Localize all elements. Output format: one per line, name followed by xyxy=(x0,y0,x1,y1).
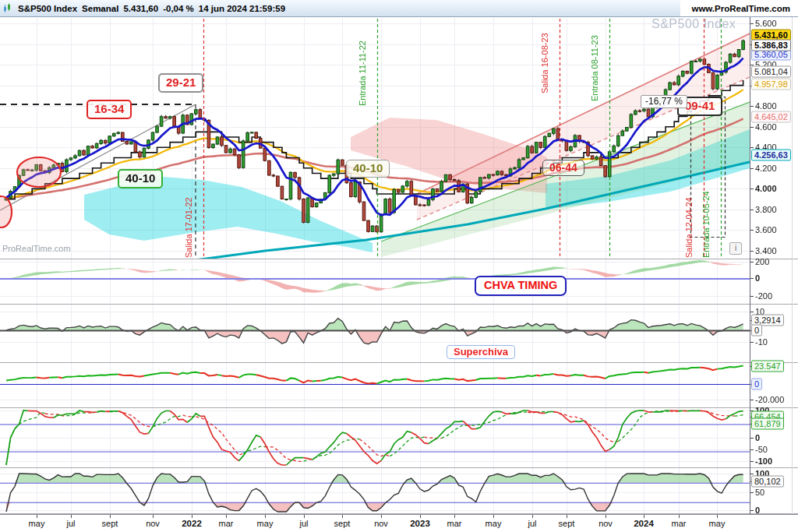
time-axis-label: sept xyxy=(559,519,575,528)
axis-tick-label: 4.200 xyxy=(755,164,777,173)
axis-tick-label: 0 xyxy=(755,433,760,442)
axis-tick-label: 50 xyxy=(755,488,764,497)
time-axis-tick xyxy=(717,515,718,518)
indicator-value-label: 0 xyxy=(751,379,762,390)
time-axis-label: 2023 xyxy=(410,519,430,528)
symbol-watermark: S&P500 Index xyxy=(651,17,736,31)
chart-canvas[interactable] xyxy=(0,0,798,532)
axis-tick-label: 3.600 xyxy=(755,225,777,234)
prorealtime-link[interactable]: www.ProRealTime.com xyxy=(680,0,798,17)
time-axis-tick xyxy=(37,515,37,518)
time-axis-label: jul xyxy=(66,519,75,528)
timeframe-label[interactable]: Semanal xyxy=(82,4,118,13)
time-axis-label: jul xyxy=(528,519,536,528)
time-axis-tick xyxy=(532,515,533,518)
axis-tick-label: 5.600 xyxy=(755,19,777,28)
time-axis-label: jul xyxy=(299,519,308,528)
brand-watermark: ProRealTime.com xyxy=(2,244,71,253)
annotation-drawdown-pct[interactable]: -16,77 % xyxy=(641,95,687,108)
time-axis-tick xyxy=(606,515,606,518)
time-axis-label: 2022 xyxy=(182,519,202,528)
annotation-40-10-green[interactable]: 40-10 xyxy=(118,169,163,188)
event-label-entrada-08-11-23[interactable]: Entrada 08-11-23 xyxy=(590,35,599,101)
axis-tick-label: 4.000 xyxy=(755,184,777,193)
time-axis-tick xyxy=(304,515,305,518)
time-axis-label: nov xyxy=(598,519,613,528)
indicator-label-superchiva[interactable]: Superchiva xyxy=(447,345,515,359)
time-axis-label: may xyxy=(29,519,45,528)
annotation-06-44[interactable]: 06-44 xyxy=(542,160,584,176)
price-change: -0,04 % xyxy=(163,4,194,13)
price-value-label: 4.256,63 xyxy=(751,150,791,161)
indicator-label-chva-timing[interactable]: CHVA TIMING xyxy=(475,276,567,296)
annotation-40-10-olive[interactable]: 40-10 xyxy=(346,160,390,178)
axis-tick-label: 0 xyxy=(755,273,760,283)
indicator-value-label: 80,102 xyxy=(751,476,784,488)
time-axis-label: sept xyxy=(102,519,118,528)
time-axis-label: may xyxy=(486,519,502,528)
event-label-salida-12-04-24[interactable]: Salida 12-04-24 xyxy=(684,197,694,258)
event-label-salida-16-08-23[interactable]: Salida 16-08-23 xyxy=(540,33,549,93)
axis-tick-label: -200 xyxy=(755,291,772,301)
axis-tick-label: -20.000 xyxy=(755,395,784,404)
time-axis-tick xyxy=(153,515,154,518)
time-axis-label: may xyxy=(257,519,274,528)
time-axis-label: 2024 xyxy=(634,519,654,528)
price-value-label: 5.386,83 xyxy=(751,40,791,51)
event-label-entrada-11-11-22[interactable]: Entrada 11-11-22 xyxy=(358,41,367,106)
time-axis-tick xyxy=(644,515,644,518)
time-axis-label: sept xyxy=(334,519,351,528)
time-axis-label: may xyxy=(709,519,726,528)
time-axis-tick xyxy=(493,515,494,518)
time-axis-tick xyxy=(226,515,227,518)
annotation-29-21[interactable]: 29-21 xyxy=(158,73,203,93)
time-axis-label: nov xyxy=(374,519,388,528)
time-axis-tick xyxy=(265,515,266,518)
event-label-salida-17-01-22[interactable]: Salida 17-01-22 xyxy=(184,197,193,258)
annotation-16-34[interactable]: 16-34 xyxy=(87,100,132,119)
instrument-name[interactable]: S&P500 Index xyxy=(18,4,77,13)
title-bar: S&P500 Index Semanal 5.431,60 -0,04 % 14… xyxy=(0,0,798,17)
axis-tick-label: -10 xyxy=(755,337,768,347)
axis-tick-label: 4.600 xyxy=(755,122,777,132)
axis-tick-label: 3.800 xyxy=(755,205,777,214)
quote-datetime: 14 jun 2024 21:59:59 xyxy=(199,4,285,13)
time-axis-tick xyxy=(381,515,382,518)
time-axis-tick xyxy=(71,515,72,518)
price-value-label: 4.645,02 xyxy=(751,111,791,123)
time-axis-tick xyxy=(420,515,421,518)
time-axis-label: nov xyxy=(146,519,160,528)
info-icon[interactable]: i xyxy=(729,242,742,255)
price-value-label: 4.957,98 xyxy=(751,79,791,90)
time-axis-tick xyxy=(110,515,111,518)
indicator-value-label: 0 xyxy=(751,325,762,336)
time-axis-tick xyxy=(192,515,192,518)
indicator-value-label: 61,879 xyxy=(751,418,784,430)
time-axis-label: mar xyxy=(447,519,462,528)
last-price: 5.431,60 xyxy=(123,4,158,13)
time-axis-label: mar xyxy=(219,519,234,528)
candlestick-chart-icon xyxy=(3,3,13,13)
time-axis-label: mar xyxy=(672,519,687,528)
price-value-label: 5.081,04 xyxy=(751,66,791,78)
time-axis-tick xyxy=(454,515,455,518)
axis-tick-label: 200 xyxy=(755,257,769,266)
axis-tick-label: 3.400 xyxy=(755,246,777,255)
prorealtime-chart-window: { "header": { "instrument": "S&P500 Inde… xyxy=(0,0,798,532)
time-axis[interactable]: mayjulseptnov2022marmayjulseptnov2023mar… xyxy=(0,514,798,532)
time-axis-tick xyxy=(567,515,567,518)
event-label-entrada-10-05-24[interactable]: Entrada 10-05-24 xyxy=(701,191,711,258)
axis-tick-label: 4.800 xyxy=(755,101,777,111)
time-axis-tick xyxy=(679,515,680,518)
time-axis-tick xyxy=(342,515,343,518)
axis-tick-label: -50 xyxy=(755,445,768,454)
indicator-value-label: 23.547 xyxy=(751,361,784,372)
axis-tick-label: -100 xyxy=(755,456,772,466)
